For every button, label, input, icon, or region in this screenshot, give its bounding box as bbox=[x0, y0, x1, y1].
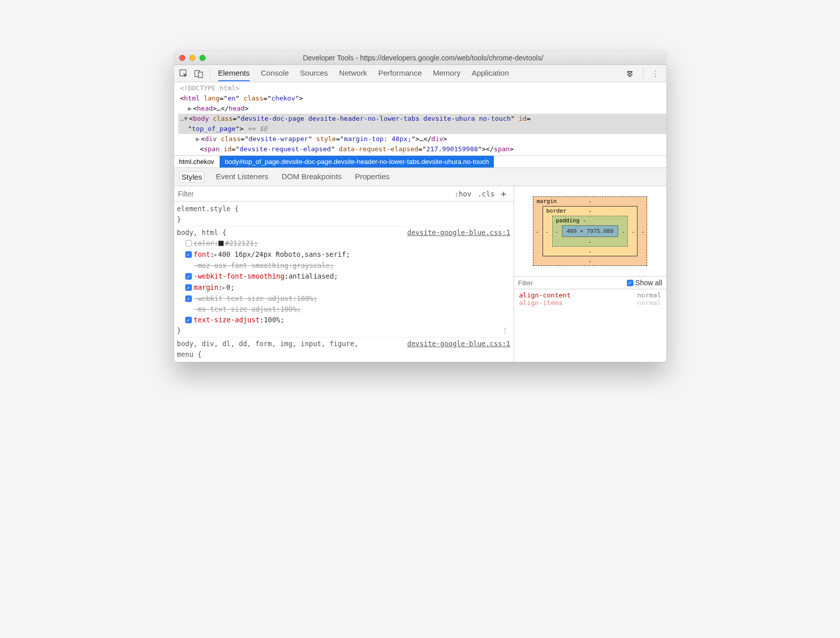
tab-performance[interactable]: Performance bbox=[378, 65, 422, 81]
dom-div[interactable]: ▶<div class="devsite-wrapper" style="mar… bbox=[178, 134, 666, 144]
style-property[interactable]: ✓text-size-adjust: 100%; bbox=[177, 315, 511, 325]
rule-body-html[interactable]: body, html { devsite-google-blue.css:1 c… bbox=[177, 226, 511, 338]
box-border[interactable]: border - - - - padding - - - - 400 × 797… bbox=[543, 206, 637, 256]
tab-elements[interactable]: Elements bbox=[218, 65, 250, 81]
style-property[interactable]: -moz-osx-font-smoothing: grayscale; bbox=[177, 260, 511, 271]
cls-button[interactable]: .cls bbox=[475, 190, 498, 198]
computed-filter-input[interactable] bbox=[518, 279, 627, 287]
breadcrumb-body[interactable]: body#top_of_page.devsite-doc-page.devsit… bbox=[220, 156, 494, 167]
device-toolbar-icon[interactable] bbox=[191, 69, 207, 78]
property-name[interactable]: color bbox=[194, 238, 215, 249]
box-border-label: border bbox=[546, 208, 566, 214]
show-all-checkbox[interactable]: ✓ bbox=[627, 280, 633, 286]
property-checkbox[interactable]: ✓ bbox=[185, 295, 192, 302]
computed-pane: margin - - - - border - - - - padding bbox=[514, 186, 666, 362]
show-all-label[interactable]: Show all bbox=[635, 279, 662, 287]
style-property[interactable]: ✓font: 400 16px/24px Roboto,sans-serif; bbox=[177, 249, 511, 260]
property-name[interactable]: text-size-adjust bbox=[194, 315, 260, 325]
overflow-tabs-icon[interactable] bbox=[620, 70, 640, 78]
property-checkbox[interactable]: ✓ bbox=[185, 317, 192, 323]
box-model[interactable]: margin - - - - border - - - - padding bbox=[514, 186, 666, 276]
source-link[interactable]: devsite-google-blue.css:1 bbox=[407, 339, 510, 360]
add-rule-icon[interactable]: + bbox=[498, 188, 510, 199]
panel-tabs: Elements Console Sources Network Perform… bbox=[213, 65, 620, 81]
devtools-window: Developer Tools - https://developers.goo… bbox=[174, 51, 666, 362]
tab-application[interactable]: Application bbox=[472, 65, 509, 81]
computed-row[interactable]: align-items normal bbox=[519, 299, 661, 307]
rule-kebab-icon[interactable]: ⋮ bbox=[501, 325, 509, 336]
property-value[interactable]: 100%; bbox=[280, 304, 301, 315]
property-value[interactable]: grayscale; bbox=[293, 260, 334, 271]
box-margin-label: margin bbox=[536, 198, 557, 205]
color-swatch[interactable] bbox=[218, 241, 224, 246]
styles-split: :hov .cls + element.style { } body, html… bbox=[174, 186, 666, 362]
subtab-event-listeners[interactable]: Event Listeners bbox=[214, 171, 270, 183]
computed-value: normal bbox=[637, 299, 661, 307]
property-value[interactable]: #212121; bbox=[225, 238, 258, 249]
dom-body-selected[interactable]: …▼<body class="devsite-doc-page devsite-… bbox=[178, 114, 666, 134]
window-title: Developer Tools - https://developers.goo… bbox=[185, 54, 661, 62]
computed-name: align-items bbox=[519, 299, 563, 307]
main-toolbar: Elements Console Sources Network Perform… bbox=[174, 65, 666, 82]
property-value[interactable]: 400 16px/24px Roboto,sans-serif; bbox=[218, 249, 350, 260]
dom-breadcrumb: html.chekov body#top_of_page.devsite-doc… bbox=[174, 155, 666, 168]
expand-arrow-icon[interactable]: ▶ bbox=[188, 104, 193, 114]
property-name[interactable]: font bbox=[194, 249, 211, 260]
inspect-element-icon[interactable] bbox=[176, 69, 191, 78]
settings-kebab-icon[interactable]: ⋮ bbox=[647, 69, 664, 78]
box-content[interactable]: 400 × 7975.080 bbox=[562, 225, 618, 237]
expand-arrow-icon[interactable]: ▼ bbox=[184, 114, 189, 124]
computed-row[interactable]: align-content normal bbox=[519, 291, 661, 299]
subtab-properties[interactable]: Properties bbox=[353, 171, 391, 183]
source-link[interactable]: devsite-google-blue.css:1 bbox=[407, 227, 510, 238]
style-property[interactable]: ✓margin: 0; bbox=[177, 282, 511, 293]
computed-list[interactable]: align-content normal align-items normal bbox=[514, 289, 666, 309]
property-value[interactable]: 100%; bbox=[297, 293, 318, 304]
window-titlebar: Developer Tools - https://developers.goo… bbox=[174, 51, 666, 65]
expand-arrow-icon[interactable]: ▶ bbox=[196, 134, 201, 144]
selector-element-style[interactable]: element.style { bbox=[177, 204, 511, 214]
dom-tree[interactable]: <!DOCTYPE html> <html lang="en" class="c… bbox=[174, 82, 666, 155]
style-property[interactable]: ✓-webkit-font-smoothing: antialiased; bbox=[177, 271, 511, 282]
selector-body-div[interactable]: body, div, dl, dd, form, img, input, fig… bbox=[177, 339, 360, 360]
tab-console[interactable]: Console bbox=[261, 65, 289, 81]
box-margin[interactable]: margin - - - - border - - - - padding bbox=[533, 196, 647, 266]
subtab-dom-breakpoints[interactable]: DOM Breakpoints bbox=[280, 171, 344, 183]
rule-body-div[interactable]: body, div, dl, dd, form, img, input, fig… bbox=[177, 338, 511, 361]
property-value[interactable]: 100%; bbox=[264, 315, 285, 325]
property-checkbox[interactable]: ✓ bbox=[185, 284, 192, 291]
tab-memory[interactable]: Memory bbox=[433, 65, 460, 81]
hov-button[interactable]: :hov bbox=[451, 190, 475, 198]
dom-span[interactable]: <span id="devsite-request-elapsed" data-… bbox=[178, 144, 666, 154]
property-name[interactable]: -ms-text-size-adjust bbox=[194, 304, 277, 315]
style-property[interactable]: color: #212121; bbox=[177, 238, 511, 249]
property-name[interactable]: -webkit-text-size-adjust bbox=[194, 293, 293, 304]
property-value[interactable]: 0; bbox=[226, 282, 234, 293]
property-value[interactable]: antialiased; bbox=[288, 271, 338, 282]
box-padding[interactable]: padding - - - - 400 × 7975.080 bbox=[552, 216, 628, 247]
property-checkbox[interactable] bbox=[185, 240, 192, 247]
property-checkbox[interactable]: ✓ bbox=[185, 251, 192, 258]
computed-value: normal bbox=[637, 291, 661, 299]
tab-network[interactable]: Network bbox=[339, 65, 367, 81]
sidebar-tabs: Styles Event Listeners DOM Breakpoints P… bbox=[174, 168, 666, 186]
property-name[interactable]: -moz-osx-font-smoothing bbox=[194, 260, 289, 271]
styles-pane: :hov .cls + element.style { } body, html… bbox=[174, 186, 514, 362]
property-checkbox[interactable]: ✓ bbox=[185, 273, 192, 280]
dom-head[interactable]: ▶<head>…</head> bbox=[178, 104, 666, 114]
property-name[interactable]: -webkit-font-smoothing bbox=[194, 271, 285, 282]
tab-sources[interactable]: Sources bbox=[300, 65, 328, 81]
dom-html-open[interactable]: <html lang="en" class="chekov"> bbox=[178, 93, 666, 104]
close-window-button[interactable] bbox=[179, 55, 185, 61]
breadcrumb-html[interactable]: html.chekov bbox=[174, 156, 220, 167]
subtab-styles[interactable]: Styles bbox=[179, 171, 205, 183]
dom-doctype[interactable]: <!DOCTYPE html> bbox=[178, 83, 666, 93]
selector-body-html[interactable]: body, html { bbox=[177, 227, 227, 238]
toolbar-separator bbox=[643, 69, 644, 79]
style-property[interactable]: ✓-webkit-text-size-adjust: 100%; bbox=[177, 293, 511, 304]
computed-name: align-content bbox=[519, 291, 571, 299]
style-property[interactable]: -ms-text-size-adjust: 100%; bbox=[177, 304, 511, 315]
styles-filter-input[interactable] bbox=[178, 190, 452, 198]
rule-element-style[interactable]: element.style { } bbox=[177, 203, 511, 226]
property-name[interactable]: margin bbox=[194, 282, 219, 293]
